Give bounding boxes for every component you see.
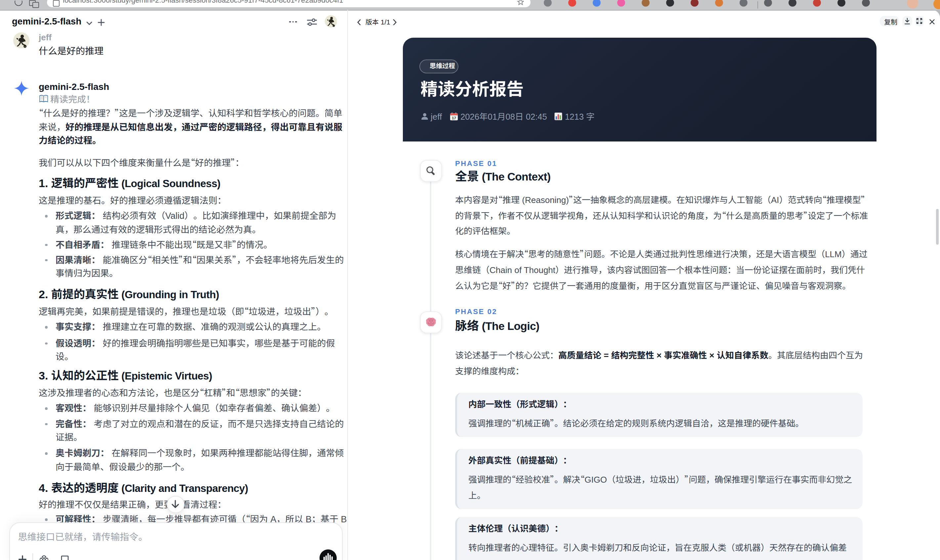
svg-text:17: 17 bbox=[452, 115, 456, 120]
